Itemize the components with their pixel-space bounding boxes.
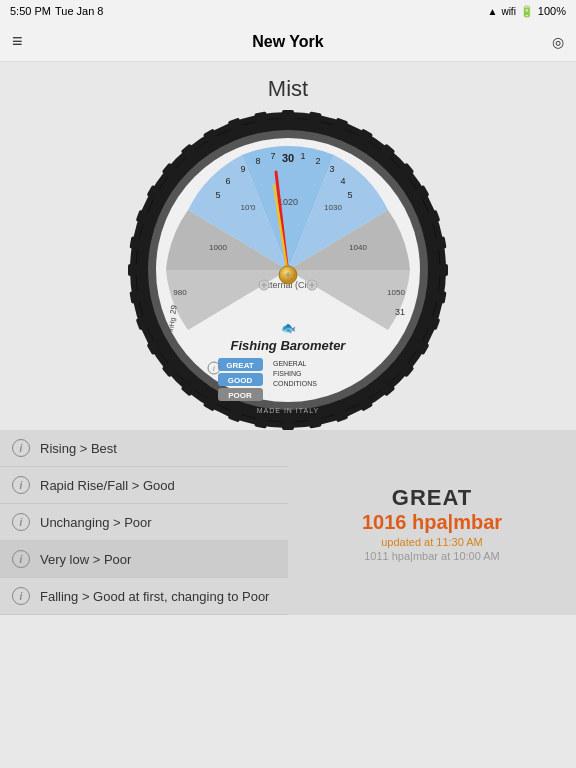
svg-text:1000: 1000: [209, 243, 227, 252]
svg-rect-10: [431, 236, 447, 250]
status-bar-left: 5:50 PM Tue Jan 8: [10, 5, 103, 17]
list-item: i Unchanging > Poor: [0, 504, 288, 541]
svg-text:7: 7: [270, 151, 275, 161]
status-date: Tue Jan 8: [55, 5, 104, 17]
svg-text:🐟: 🐟: [281, 320, 296, 335]
svg-rect-28: [129, 289, 145, 303]
main-content: Mist: [0, 62, 576, 615]
svg-text:1040: 1040: [349, 243, 367, 252]
svg-text:30: 30: [282, 152, 294, 164]
battery-level: 100%: [538, 5, 566, 17]
wifi-icon: wifi: [501, 6, 515, 17]
gear-ring: 30 9 8 7 1 2 3 4 5 6 5 1020 10'0 1030 10…: [128, 110, 448, 430]
svg-rect-20: [282, 416, 294, 430]
bottom-section: i Rising > Best i Rapid Rise/Fall > Good…: [0, 430, 576, 615]
status-time: 5:50 PM: [10, 5, 51, 17]
reading-updated: updated at 11:30 AM: [381, 536, 483, 548]
list-item: i Rising > Best: [0, 430, 288, 467]
status-bar-right: ▲ wifi 🔋 100%: [488, 5, 567, 18]
info-text-3: Unchanging > Poor: [40, 515, 152, 530]
list-item: i Falling > Good at first, changing to P…: [0, 578, 288, 615]
svg-text:10'0: 10'0: [241, 203, 256, 212]
svg-text:5: 5: [215, 190, 220, 200]
battery-icon: 🔋: [520, 5, 534, 18]
menu-button[interactable]: ≡: [12, 31, 23, 52]
svg-rect-21: [254, 413, 268, 429]
svg-text:GENERAL: GENERAL: [273, 360, 307, 367]
svg-text:2: 2: [315, 156, 320, 166]
signal-icon: ▲: [488, 6, 498, 17]
svg-rect-3: [307, 111, 321, 127]
info-list-container: i Rising > Best i Rapid Rise/Fall > Good…: [0, 430, 288, 615]
nav-title: New York: [252, 33, 323, 51]
weather-condition: Mist: [268, 76, 308, 102]
svg-text:9: 9: [240, 164, 245, 174]
info-icon-5[interactable]: i: [12, 587, 30, 605]
list-item: i Rapid Rise/Fall > Good: [0, 467, 288, 504]
svg-text:980: 980: [173, 288, 187, 297]
svg-rect-11: [434, 264, 448, 276]
info-icon-2[interactable]: i: [12, 476, 30, 494]
svg-text:CONDITIONS: CONDITIONS: [273, 380, 317, 387]
svg-text:1050: 1050: [387, 288, 405, 297]
info-list: i Rising > Best i Rapid Rise/Fall > Good…: [0, 430, 288, 615]
info-icon-3[interactable]: i: [12, 513, 30, 531]
info-icon-1[interactable]: i: [12, 439, 30, 457]
svg-text:POOR: POOR: [228, 391, 252, 400]
svg-rect-19: [307, 413, 321, 429]
nav-bar: ≡ New York ◎: [0, 22, 576, 62]
reading-hpa: 1016 hpa|mbar: [362, 511, 502, 534]
info-text-5: Falling > Good at first, changing to Poo…: [40, 589, 269, 604]
barometer: 30 9 8 7 1 2 3 4 5 6 5 1020 10'0 1030 10…: [128, 110, 448, 430]
svg-text:GREAT: GREAT: [226, 361, 254, 370]
svg-rect-12: [431, 289, 447, 303]
info-text-1: Rising > Best: [40, 441, 117, 456]
svg-text:GOOD: GOOD: [228, 376, 253, 385]
svg-text:i: i: [213, 364, 215, 373]
svg-text:Fishing Barometer: Fishing Barometer: [231, 338, 347, 353]
svg-rect-29: [128, 264, 142, 276]
svg-text:8: 8: [255, 156, 260, 166]
list-item-very-low: i Very low > Poor: [0, 541, 288, 578]
svg-text:FISHING: FISHING: [273, 370, 301, 377]
svg-text:3: 3: [329, 164, 334, 174]
status-bar: 5:50 PM Tue Jan 8 ▲ wifi 🔋 100%: [0, 0, 576, 22]
info-text-4: Very low > Poor: [40, 552, 131, 567]
readings-panel: GREAT 1016 hpa|mbar updated at 11:30 AM …: [288, 430, 576, 615]
readings-content: GREAT 1016 hpa|mbar updated at 11:30 AM …: [288, 475, 576, 570]
svg-text:4: 4: [340, 176, 345, 186]
info-icon-4[interactable]: i: [12, 550, 30, 568]
reading-prev: 1011 hpa|mbar at 10:00 AM: [364, 550, 500, 562]
svg-rect-2: [282, 110, 294, 124]
svg-rect-37: [254, 111, 268, 127]
svg-text:5: 5: [347, 190, 352, 200]
svg-text:1030: 1030: [324, 203, 342, 212]
info-text-2: Rapid Rise/Fall > Good: [40, 478, 175, 493]
reading-status: GREAT: [392, 485, 472, 511]
location-button[interactable]: ◎: [552, 34, 564, 50]
svg-rect-30: [129, 236, 145, 250]
svg-text:6: 6: [225, 176, 230, 186]
svg-text:31: 31: [395, 307, 405, 317]
svg-text:1: 1: [300, 151, 305, 161]
svg-text:MADE IN ITALY: MADE IN ITALY: [257, 407, 320, 414]
